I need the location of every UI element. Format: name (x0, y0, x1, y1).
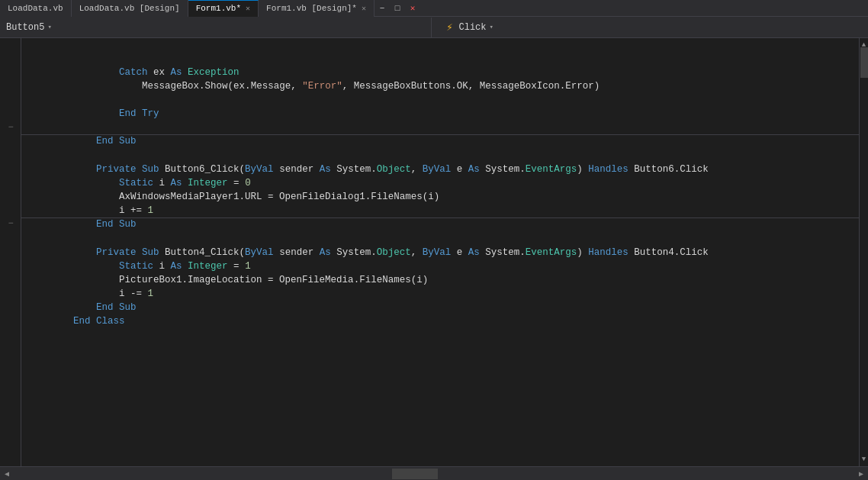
code-line (21, 314, 859, 328)
tab-loaddata-design[interactable]: LoadData.vb [Design] (72, 0, 188, 17)
tab-label: LoadData.vb (8, 4, 63, 13)
scroll-left-button[interactable]: ◀ (0, 467, 14, 481)
hscroll-track[interactable] (14, 467, 854, 480)
collapse-marker[interactable]: − (0, 217, 21, 230)
code-line (21, 369, 859, 383)
code-line (21, 438, 859, 452)
gutter-line (0, 79, 21, 93)
code-line: MessageBox.Show(ex.Message, "Error", Mes… (21, 66, 859, 79)
dropdown-arrow-icon: ▾ (47, 23, 51, 31)
code-line: i -= 1 (21, 273, 859, 287)
close-icon[interactable]: ✕ (362, 4, 366, 13)
tab-label: Form1.vb* (196, 4, 241, 13)
lightning-icon: ⚡ (444, 21, 456, 34)
gutter-line (0, 244, 21, 258)
code-line (21, 79, 859, 93)
gutter-line (0, 148, 21, 162)
code-line (21, 107, 859, 121)
vertical-scrollbar[interactable]: ▲ ▼ (859, 38, 868, 466)
code-line (21, 38, 859, 52)
code-line: End Sub (21, 287, 859, 301)
hscroll-thumb[interactable] (392, 469, 438, 479)
code-line (21, 135, 859, 149)
code-gutter: − − (0, 38, 21, 466)
code-line: End Sub (21, 121, 859, 134)
minimize-button[interactable]: − (375, 1, 390, 16)
dropdown-arrow-icon: ▾ (490, 23, 493, 31)
code-line: Catch ex As Exception (21, 52, 859, 66)
horizontal-scrollbar: ◀ ▶ (0, 466, 868, 480)
gutter-line (0, 93, 21, 107)
gutter-line (0, 258, 21, 272)
code-line (21, 452, 859, 466)
code-line (21, 342, 859, 356)
toolbar: Button5 ▾ ⚡ Click ▾ (0, 17, 868, 38)
code-line: Private Sub Button6_Click(ByVal sender A… (21, 149, 859, 163)
scroll-thumb[interactable] (860, 47, 868, 78)
scroll-down-button[interactable]: ▼ (860, 453, 868, 466)
tab-bar: LoadData.vb LoadData.vb [Design] Form1.v… (0, 0, 868, 17)
code-line (21, 218, 859, 232)
scroll-right-button[interactable]: ▶ (854, 467, 868, 481)
code-content[interactable]: Catch ex As Exception MessageBox.Show(ex… (21, 38, 859, 466)
gutter-line (0, 107, 21, 121)
event-dropdown[interactable]: ⚡ Click ▾ (438, 18, 500, 37)
gutter-line (0, 66, 21, 79)
tab-form1-design[interactable]: Form1.vb [Design]* ✕ (259, 0, 375, 17)
gutter-line (0, 134, 21, 148)
tab-loaddata-vb[interactable]: LoadData.vb (0, 0, 72, 17)
code-line (21, 397, 859, 411)
code-line: Static i As Integer = 1 (21, 246, 859, 259)
code-line (21, 328, 859, 342)
code-line: End Class (21, 301, 859, 314)
event-selector: ⚡ Click ▾ (432, 18, 869, 37)
object-label: Button5 (6, 22, 44, 33)
object-dropdown[interactable]: Button5 ▾ (0, 18, 58, 37)
gutter-line (0, 162, 21, 176)
code-line: i += 1 (21, 190, 859, 204)
gutter-line (0, 285, 21, 299)
code-line: PictureBox1.ImageLocation = OpenFileMedi… (21, 259, 859, 273)
gutter-line (0, 203, 21, 217)
window-controls: − □ ✕ (375, 1, 423, 16)
gutter-line (0, 52, 21, 66)
tab-form1-vb[interactable]: Form1.vb* ✕ (188, 0, 259, 17)
code-line: End Try (21, 93, 859, 107)
code-editor: − − Catch ex As Exception M (0, 38, 868, 466)
gutter-line (0, 189, 21, 203)
method-selector: Button5 ▾ (0, 18, 432, 37)
tab-label: Form1.vb [Design]* (266, 4, 357, 13)
code-line (21, 411, 859, 424)
code-line: AxWindowsMediaPlayer1.URL = OpenFileDial… (21, 176, 859, 190)
maximize-button[interactable]: □ (390, 1, 405, 16)
gutter-line (0, 272, 21, 285)
close-button[interactable]: ✕ (405, 1, 420, 16)
gutter-line (0, 230, 21, 244)
code-line (21, 356, 859, 369)
tab-label: LoadData.vb [Design] (79, 4, 180, 13)
code-line (21, 383, 859, 397)
code-line: Private Sub Button4_Click(ByVal sender A… (21, 232, 859, 246)
gutter-line (0, 176, 21, 189)
collapse-marker[interactable]: − (0, 121, 21, 134)
code-line: End Sub (21, 204, 859, 217)
close-icon[interactable]: ✕ (246, 4, 250, 13)
code-line (21, 424, 859, 438)
code-line: Static i As Integer = 0 (21, 163, 859, 176)
event-label: Click (459, 22, 487, 33)
gutter-line (0, 38, 21, 52)
